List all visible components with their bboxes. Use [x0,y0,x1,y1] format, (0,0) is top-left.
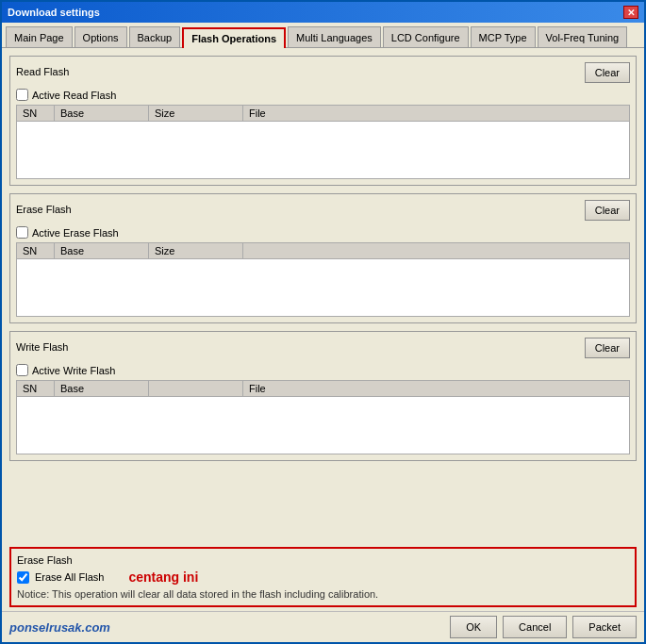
footer: ponselrusak.com OK Cancel Packet [2,611,644,642]
tab-vol-freq-tuning[interactable]: Vol-Freq Tuning [538,26,628,47]
read-flash-section: Read Flash Clear Active Read Flash SN Ba… [9,56,637,186]
read-flash-title: Read Flash [16,66,69,77]
read-flash-clear-button[interactable]: Clear [585,62,630,83]
footer-logo: ponselrusak.com [9,620,110,635]
cancel-button[interactable]: Cancel [503,616,567,638]
read-flash-col-base: Base [55,106,149,121]
write-flash-table-header: SN Base File [17,381,629,397]
write-flash-header: Write Flash Clear [16,338,630,358]
erase-flash-top-section: Erase Flash Clear Active Erase Flash SN … [9,193,637,323]
erase-flash-top-col-extra [243,243,629,258]
read-flash-checkbox[interactable] [16,89,28,101]
erase-flash-bottom-section: Erase Flash Erase All Flash centang ini … [9,547,637,607]
annotation-label: centang ini [128,570,198,585]
tab-lcd-configure[interactable]: LCD Configure [383,26,469,47]
tab-main-page[interactable]: Main Page [6,26,73,47]
write-flash-table: SN Base File [16,380,630,454]
erase-flash-top-clear-button[interactable]: Clear [585,200,630,221]
close-button[interactable]: ✕ [623,6,638,19]
erase-flash-top-col-size: Size [149,243,243,258]
write-flash-clear-button[interactable]: Clear [585,338,630,358]
write-flash-col-size [149,381,243,396]
read-flash-col-sn: SN [17,106,55,121]
ok-button[interactable]: OK [450,616,497,638]
erase-flash-top-checkbox-label: Active Erase Flash [32,227,119,239]
erase-flash-top-header: Erase Flash Clear [16,200,630,221]
write-flash-checkbox-row: Active Write Flash [16,364,630,376]
window-title: Download settings [8,7,100,18]
read-flash-header: Read Flash Clear [16,62,630,83]
write-flash-table-body [17,397,629,454]
tab-options[interactable]: Options [75,26,127,47]
write-flash-checkbox[interactable] [16,364,28,376]
erase-flash-top-table: SN Base Size [16,242,630,317]
write-flash-col-sn: SN [17,381,55,396]
read-flash-col-size: Size [149,106,243,121]
write-flash-col-base: Base [55,381,149,396]
read-flash-table-header: SN Base Size File [17,106,629,122]
read-flash-table: SN Base Size File [16,105,630,179]
read-flash-checkbox-row: Active Read Flash [16,89,630,101]
tab-flash-operations[interactable]: Flash Operations [182,27,286,48]
write-flash-checkbox-label: Active Write Flash [32,365,115,376]
read-flash-col-file: File [243,106,629,121]
write-flash-col-file: File [243,381,629,396]
tab-mcp-type[interactable]: MCP Type [471,26,536,47]
title-bar: Download settings ✕ [2,2,644,23]
packet-button[interactable]: Packet [572,616,637,638]
erase-flash-top-table-body [17,259,629,316]
erase-flash-bottom-title: Erase Flash [17,554,629,566]
erase-all-row: Erase All Flash centang ini [17,570,629,585]
erase-flash-top-table-header: SN Base Size [17,243,629,259]
erase-all-flash-label: Erase All Flash [35,571,104,583]
write-flash-section: Write Flash Clear Active Write Flash SN … [9,331,637,461]
footer-buttons: OK Cancel Packet [450,616,637,638]
main-window: Download settings ✕ Main Page Options Ba… [0,0,646,644]
tab-backup[interactable]: Backup [129,26,181,47]
read-flash-checkbox-label: Active Read Flash [32,90,116,101]
erase-flash-top-col-sn: SN [17,243,55,258]
erase-flash-top-checkbox[interactable] [16,226,28,239]
tab-multi-languages[interactable]: Multi Languages [288,26,381,47]
erase-flash-top-title: Erase Flash [16,204,72,215]
notice-text: Notice: This operation will clear all da… [17,588,629,600]
tab-bar: Main Page Options Backup Flash Operation… [2,23,644,48]
tab-content: Read Flash Clear Active Read Flash SN Ba… [2,48,644,547]
erase-flash-top-checkbox-row: Active Erase Flash [16,226,630,239]
read-flash-table-body [17,122,629,178]
write-flash-title: Write Flash [16,341,68,353]
erase-all-flash-checkbox[interactable] [17,571,29,584]
erase-flash-top-col-base: Base [55,243,149,258]
